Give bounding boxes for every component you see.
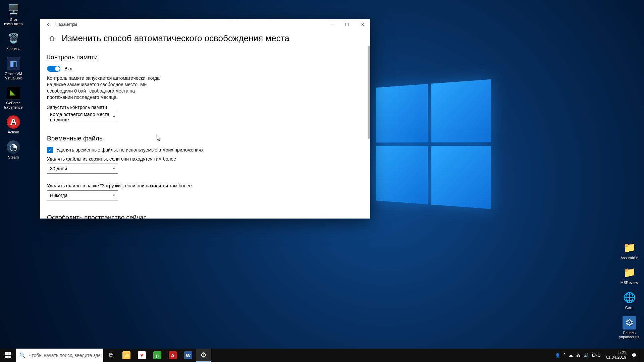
tray-volume-icon[interactable]: 🔊 — [584, 353, 589, 358]
utorrent-icon: μ — [153, 351, 161, 359]
desktop-icon-action[interactable]: AAction! — [1, 115, 25, 134]
geforce-icon — [7, 86, 20, 100]
system-tray: 👤 ˄ ☁ 🖧 🔊 ENG 5:21 01.04.2019 💬 — [555, 349, 644, 362]
page-header: Изменить способ автоматического освобожд… — [40, 30, 370, 46]
taskbar-word[interactable]: W — [180, 349, 196, 362]
titlebar: Параметры ─ ☐ ✕ — [40, 19, 370, 30]
tray-language[interactable]: ENG — [592, 353, 601, 358]
storage-sense-toggle[interactable] — [47, 66, 60, 72]
start-button[interactable] — [0, 349, 16, 362]
yandex-icon: Y — [138, 351, 146, 359]
section-storage-sense-title: Контроль памяти — [47, 54, 364, 61]
windows-logo-icon — [5, 352, 11, 358]
taskbar-utorrent[interactable]: μ — [150, 349, 165, 362]
maximize-button[interactable]: ☐ — [339, 19, 355, 30]
desktop-icon-steam[interactable]: ◔Steam — [1, 140, 25, 160]
taskbar-explorer[interactable]: 📁 — [119, 349, 134, 362]
downloads-label: Удалять файлы в папке "Загрузки", если о… — [47, 183, 364, 188]
taskbar-settings[interactable]: ⚙ — [196, 349, 211, 362]
toggle-state-label: Вкл. — [64, 66, 74, 71]
explorer-icon: 📁 — [122, 351, 130, 359]
network-icon — [623, 291, 636, 304]
folder-icon — [623, 266, 636, 279]
task-view-icon: ⧉ — [109, 352, 113, 359]
taskbar: 🔍 Чтобы начать поиск, введите здесь запр… — [0, 349, 644, 362]
folder-icon — [623, 241, 636, 254]
control-panel-icon — [623, 316, 636, 329]
tray-people-icon[interactable]: 👤 — [555, 353, 560, 358]
steam-icon: ◔ — [7, 140, 20, 154]
chevron-down-icon: ▾ — [113, 115, 115, 119]
action-icon: A — [169, 351, 177, 359]
desktop-icons-left: Этот компьютер Корзина Oracle VM Virtual… — [1, 3, 25, 166]
gear-icon: ⚙ — [201, 351, 207, 359]
desktop-icon-network[interactable]: Сеть — [617, 291, 641, 310]
content-area: Контроль памяти Вкл. Контроль памяти зап… — [40, 46, 370, 219]
back-button[interactable] — [43, 19, 54, 30]
window-controls: ─ ☐ ✕ — [324, 19, 370, 30]
search-input[interactable]: 🔍 Чтобы начать поиск, введите здесь запр… — [16, 349, 103, 362]
desktop-icon-virtualbox[interactable]: Oracle VM VirtualBox — [1, 57, 25, 80]
delete-temp-files-label: Удалять временные файлы, не используемые… — [56, 147, 204, 153]
desktop-icons-right: Assembler MSReview Сеть Панель управлени… — [617, 241, 643, 345]
word-icon: W — [184, 351, 192, 359]
pc-icon — [7, 3, 20, 16]
downloads-combo[interactable]: Никогда ▾ — [47, 190, 118, 200]
chevron-down-icon: ▾ — [113, 166, 115, 171]
search-icon: 🔍 — [19, 353, 25, 358]
tray-action-center-icon[interactable]: 💬 — [632, 353, 637, 358]
section-free-up-now-title: Освободить пространство сейчас — [47, 214, 364, 219]
recycle-bin-combo[interactable]: 30 дней ▾ — [47, 164, 118, 174]
recycle-bin-label: Удалять файлы из корзины, если они наход… — [47, 156, 364, 162]
tray-overflow-icon[interactable]: ˄ — [564, 353, 566, 358]
desktop-icon-control-panel[interactable]: Панель управления — [617, 316, 641, 339]
back-arrow-icon — [46, 22, 51, 27]
taskbar-yandex[interactable]: Y — [134, 349, 150, 362]
chevron-down-icon: ▾ — [113, 193, 115, 197]
desktop-icon-assembler[interactable]: Assembler — [617, 241, 641, 260]
scrollbar[interactable] — [368, 46, 370, 139]
tray-onedrive-icon[interactable]: ☁ — [569, 353, 573, 358]
bin-icon — [7, 32, 20, 45]
desktop-icon-recycle-bin[interactable]: Корзина — [1, 32, 25, 51]
delete-temp-files-checkbox[interactable]: ✓ — [47, 147, 53, 153]
minimize-button[interactable]: ─ — [324, 19, 339, 30]
page-title: Изменить способ автоматического освобожд… — [62, 33, 289, 44]
task-view-button[interactable]: ⧉ — [103, 349, 119, 362]
section-temp-files-title: Временные файлы — [47, 135, 364, 142]
virtualbox-icon — [7, 57, 20, 70]
show-desktop-button[interactable] — [640, 349, 642, 362]
desktop-icon-geforce[interactable]: GeForce Experience — [1, 86, 25, 109]
run-storage-sense-label: Запустить контроль памяти — [47, 105, 364, 110]
tray-network-icon[interactable]: 🖧 — [576, 353, 580, 358]
home-button[interactable] — [47, 34, 57, 44]
action-icon: A — [7, 115, 20, 129]
tray-clock[interactable]: 5:21 01.04.2019 — [604, 351, 628, 360]
home-icon — [49, 36, 55, 42]
taskbar-action[interactable]: A — [165, 349, 180, 362]
run-storage-sense-combo[interactable]: Когда остается мало места на диске ▾ — [47, 112, 118, 122]
window-title: Параметры — [56, 22, 77, 27]
storage-sense-description: Контроль памяти запускается автоматическ… — [47, 75, 161, 101]
close-button[interactable]: ✕ — [355, 19, 370, 30]
desktop-icon-this-pc[interactable]: Этот компьютер — [1, 3, 25, 26]
settings-window: Параметры ─ ☐ ✕ Изменить способ автомати… — [40, 19, 370, 219]
desktop-icon-msreview[interactable]: MSReview — [617, 266, 641, 285]
